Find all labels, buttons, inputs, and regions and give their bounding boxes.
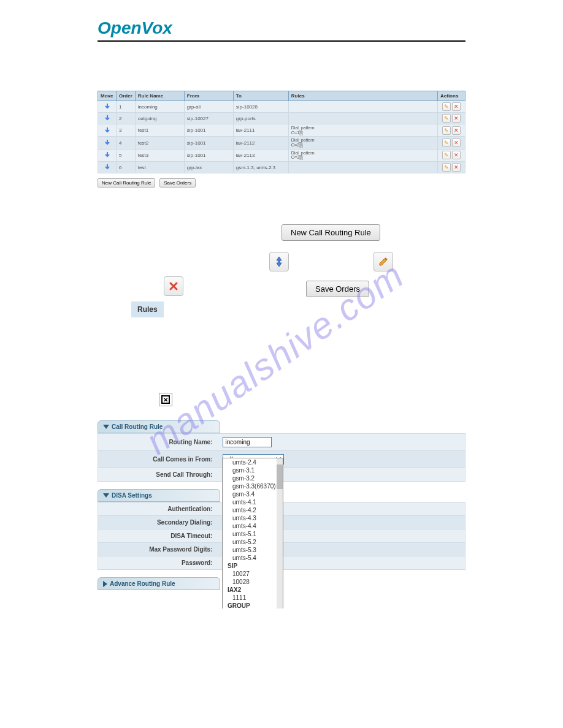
dropdown-option[interactable]: IAX2: [223, 586, 283, 594]
cell-order: 3: [117, 124, 136, 137]
move-down-icon[interactable]: [104, 102, 111, 110]
cell-rules: [288, 162, 437, 173]
dropdown-option[interactable]: 10027: [223, 570, 283, 578]
dropdown-option[interactable]: 10028: [223, 578, 283, 586]
dropdown-scrollbar[interactable]: [277, 458, 283, 609]
cell-rules: Dial_pattern O=3[i]: [288, 149, 437, 161]
call-from-label: Call Comes in From:: [98, 451, 218, 468]
move-down-icon[interactable]: [104, 151, 111, 158]
cell-rules: Dial_pattern O=2[i]: [288, 137, 437, 149]
rules-table: Move Order Rule Name From To Rules Actio…: [98, 91, 465, 173]
cell-name: test3: [135, 149, 184, 161]
delete-icon-demo[interactable]: [164, 276, 183, 296]
delete-icon[interactable]: ✕: [452, 163, 461, 172]
dropdown-option[interactable]: umts-4.4: [223, 522, 283, 530]
move-arrow-icon-demo[interactable]: [269, 252, 289, 271]
chevron-right-icon: [103, 581, 107, 587]
table-row: 6testgrp-iaxgsm-1.3, umts-2.3✎ ✕: [98, 162, 465, 173]
dropdown-option[interactable]: umts-4.1: [223, 498, 283, 506]
advance-title: Advance Routing Rule: [110, 580, 175, 587]
dropdown-option[interactable]: SIP: [223, 562, 283, 570]
delete-icon[interactable]: ✕: [452, 138, 461, 147]
disa-section-header[interactable]: DISA Settings: [98, 489, 220, 502]
th-rules: Rules: [288, 91, 437, 101]
delete-icon[interactable]: ✕: [452, 151, 461, 159]
save-orders-button-big[interactable]: Save Orders: [306, 281, 369, 297]
cell-from: sip-1001: [184, 124, 233, 137]
cell-from: grp-iax: [184, 162, 233, 173]
dropdown-option[interactable]: umts-5.1: [223, 530, 283, 538]
cell-name: outgoing: [135, 113, 184, 124]
dropdown-option[interactable]: GROUP: [223, 602, 283, 609]
edit-icon[interactable]: ✎: [442, 163, 451, 172]
cell-name: test1: [135, 124, 184, 137]
logo: OpenVox: [98, 18, 465, 42]
dropdown-panel[interactable]: umts-2.4gsm-3.1gsm-3.2gsm-3.3(66370)gsm-…: [222, 458, 283, 609]
dropdown-option[interactable]: umts-5.2: [223, 538, 283, 546]
cell-from: sip-1001: [184, 149, 233, 161]
cell-to: iax-2111: [233, 124, 288, 137]
cell-name: test: [135, 162, 184, 173]
th-to: To: [233, 91, 288, 101]
new-rule-button-small[interactable]: New Call Routing Rule: [98, 178, 155, 188]
cell-rules: [288, 113, 437, 124]
dropdown-option[interactable]: 1111: [223, 594, 283, 602]
save-orders-button-small[interactable]: Save Orders: [159, 178, 196, 188]
table-row: 1incominggrp-allsip-10028✎ ✕: [98, 101, 465, 113]
routing-name-label: Routing Name:: [98, 434, 218, 451]
logo-vox: Vox: [142, 18, 172, 37]
table-row: 5test3sip-1001iax-2113Dial_pattern O=3[i…: [98, 149, 465, 161]
cell-from: sip-1001: [184, 137, 233, 149]
dropdown-option[interactable]: umts-4.2: [223, 506, 283, 514]
delete-icon[interactable]: ✕: [452, 114, 461, 123]
cell-rules: Dial_pattern O=1[i]: [288, 124, 437, 137]
cell-to: iax-2113: [233, 149, 288, 161]
cell-order: 6: [117, 162, 136, 173]
th-from: From: [184, 91, 233, 101]
send-through-label: Send Call Through:: [98, 468, 218, 482]
logo-open: Open: [98, 18, 142, 37]
cell-to: iax-2112: [233, 137, 288, 149]
cell-name: test2: [135, 137, 184, 149]
th-move: Move: [98, 91, 117, 101]
th-rulename: Rule Name: [135, 91, 184, 101]
disa-timeout-label: DISA Timeout:: [98, 529, 218, 543]
close-square-icon[interactable]: ✕: [159, 393, 172, 406]
chevron-down-icon: [103, 425, 109, 429]
th-actions: Actions: [438, 91, 465, 101]
move-down-icon[interactable]: [104, 114, 111, 121]
advance-section-header[interactable]: Advance Routing Rule: [98, 577, 220, 590]
rules-label: Rules: [131, 301, 164, 317]
call-routing-title: Call Routing Rule: [112, 423, 163, 430]
delete-icon[interactable]: ✕: [452, 102, 461, 111]
new-rule-button-big[interactable]: New Call Routing Rule: [282, 224, 380, 241]
cell-from: sip-10027: [184, 113, 233, 124]
dropdown-option[interactable]: umts-2.4: [223, 458, 283, 466]
edit-icon[interactable]: ✎: [442, 138, 451, 147]
dropdown-option[interactable]: gsm-3.4: [223, 490, 283, 498]
move-down-icon[interactable]: [104, 163, 111, 170]
delete-icon[interactable]: ✕: [452, 126, 461, 135]
edit-icon-demo[interactable]: [373, 252, 393, 271]
form-row: Routing Name:: [98, 434, 465, 451]
table-row: 4test2sip-1001iax-2112Dial_pattern O=2[i…: [98, 137, 465, 149]
dropdown-option[interactable]: umts-5.4: [223, 554, 283, 562]
auth-label: Authentication:: [98, 502, 218, 516]
move-down-icon[interactable]: [104, 138, 111, 146]
disa-title: DISA Settings: [112, 492, 152, 499]
dropdown-option[interactable]: gsm-3.1: [223, 466, 283, 474]
edit-icon[interactable]: ✎: [442, 102, 451, 111]
call-routing-section-header[interactable]: Call Routing Rule: [98, 420, 220, 433]
edit-icon[interactable]: ✎: [442, 114, 451, 123]
table-row: 3test1sip-1001iax-2111Dial_pattern O=1[i…: [98, 124, 465, 137]
routing-name-input[interactable]: [223, 437, 272, 447]
cell-to: sip-10028: [233, 101, 288, 113]
cell-to: grp-ports: [233, 113, 288, 124]
dropdown-option[interactable]: gsm-3.3(66370): [223, 482, 283, 490]
dropdown-option[interactable]: gsm-3.2: [223, 474, 283, 482]
edit-icon[interactable]: ✎: [442, 126, 451, 135]
dropdown-option[interactable]: umts-5.3: [223, 546, 283, 554]
move-down-icon[interactable]: [104, 126, 111, 134]
dropdown-option[interactable]: umts-4.3: [223, 514, 283, 522]
edit-icon[interactable]: ✎: [442, 151, 451, 159]
